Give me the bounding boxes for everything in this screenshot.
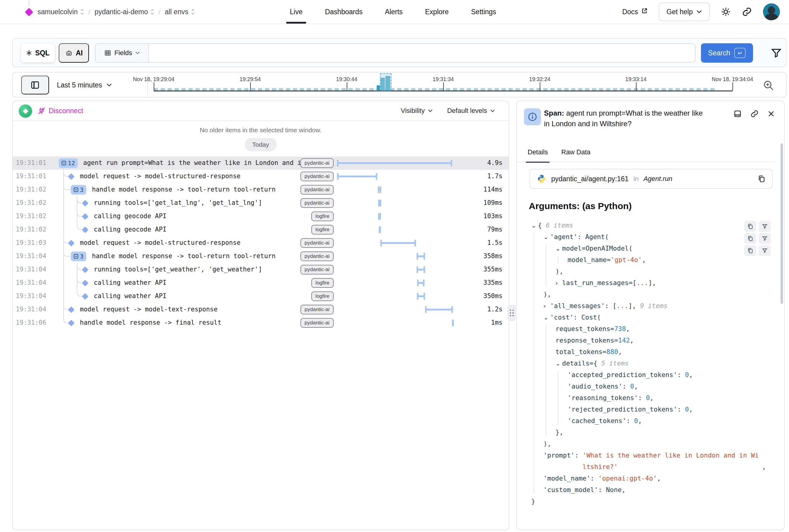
tag-pill[interactable]: logfire xyxy=(311,291,334,301)
collapse-badge[interactable]: 3 xyxy=(71,185,86,195)
breadcrumb-item[interactable]: samuelcolvin xyxy=(38,8,84,16)
panel-resize-handle[interactable] xyxy=(508,305,516,321)
timeline-tick-label: Nov 18, 19:29:04 xyxy=(133,76,174,82)
filter-funnel-icon[interactable] xyxy=(759,245,771,256)
tag-pill[interactable]: pydantic-ai xyxy=(301,158,334,168)
trace-row[interactable]: 19:31:023handle model response -> tool-r… xyxy=(13,183,508,196)
trace-row[interactable]: 19:31:04calling weather APIlogfire335ms xyxy=(13,276,508,290)
tag-pill[interactable]: pydantic-ai xyxy=(301,318,334,328)
tag-pill[interactable]: logfire xyxy=(311,225,334,234)
zoom-in-icon[interactable] xyxy=(763,79,774,93)
trace-row[interactable]: 19:31:02calling geocode APIlogfire79ms xyxy=(13,223,508,236)
tag-pill[interactable]: pydantic-ai xyxy=(301,238,334,248)
trace-row[interactable]: 19:31:03model request -> model-structure… xyxy=(13,236,508,250)
fields-dropdown[interactable]: Fields xyxy=(96,44,149,62)
nav-tab-explore[interactable]: Explore xyxy=(425,0,449,24)
filter-funnel-icon[interactable] xyxy=(759,221,771,232)
trace-row[interactable]: 19:31:04calling weather APIlogfire350ms xyxy=(13,290,508,303)
code-collapse-chevron[interactable]: ⌄ xyxy=(543,312,550,323)
trace-row[interactable]: 19:31:043handle model response -> tool-r… xyxy=(13,250,508,263)
tag-pill[interactable]: pydantic-ai xyxy=(301,251,334,261)
collapse-badge[interactable]: 3 xyxy=(71,251,86,261)
code-collapse-chevron[interactable]: ⌄ xyxy=(555,243,562,254)
copy-link-icon[interactable] xyxy=(750,110,759,118)
ai-label: AI xyxy=(76,49,83,57)
code-collapse-chevron[interactable]: ⌄ xyxy=(543,231,550,243)
nav-tab-live[interactable]: Live xyxy=(290,0,303,24)
search-input[interactable] xyxy=(149,44,695,62)
theme-sun-icon[interactable] xyxy=(720,7,731,17)
code-collapse-chevron[interactable]: ⌄ xyxy=(555,358,562,369)
detail-tab-details[interactable]: Details xyxy=(527,148,548,163)
user-avatar[interactable] xyxy=(763,3,780,20)
source-location[interactable]: pydantic_ai/agent.py:161 in Agent.run xyxy=(530,169,773,189)
trace-row[interactable]: 19:31:02running tools=['get_lat_lng', 'g… xyxy=(13,196,508,210)
code-collapse-chevron[interactable]: ⌄ xyxy=(531,220,538,231)
span-label: Span: xyxy=(544,109,564,117)
tag-pill[interactable]: logfire xyxy=(311,211,334,221)
logfire-logo-diamond[interactable] xyxy=(25,8,33,16)
breadcrumb-item[interactable]: pydantic-ai-demo xyxy=(95,8,154,16)
indent-guide xyxy=(546,325,546,436)
get-help-button[interactable]: Get help xyxy=(659,2,710,21)
code-line: ), xyxy=(517,438,784,450)
sidebar-toggle-button[interactable] xyxy=(21,76,49,94)
nav-tab-settings[interactable]: Settings xyxy=(471,0,496,24)
nav-tab-dashboards[interactable]: Dashboards xyxy=(325,0,362,24)
trace-row[interactable]: 19:31:0112agent run prompt=What is the w… xyxy=(13,156,508,170)
tag-pill[interactable]: pydantic-ai xyxy=(301,172,334,181)
trace-row[interactable]: 19:31:04running tools=['get_weather', 'g… xyxy=(13,263,508,276)
tag-pill[interactable]: logfire xyxy=(311,278,334,288)
ai-mode-button[interactable]: AI xyxy=(59,43,89,63)
tree-connector xyxy=(63,316,69,323)
chevron-down-icon xyxy=(428,109,432,113)
gantt-track xyxy=(337,316,474,329)
filter-funnel-icon[interactable] xyxy=(759,233,771,244)
span-name: calling weather API xyxy=(94,292,327,300)
tag-pill[interactable]: pydantic-ai xyxy=(301,305,334,315)
breadcrumb-item[interactable]: all envs xyxy=(165,8,195,16)
docs-link[interactable]: Docs xyxy=(622,7,648,16)
today-badge[interactable]: Today xyxy=(245,138,276,151)
live-indicator-icon[interactable] xyxy=(19,104,32,118)
copy-icon[interactable] xyxy=(744,221,756,232)
code-collapse-chevron[interactable]: › xyxy=(543,300,550,312)
histogram-bar[interactable] xyxy=(377,86,380,91)
copy-icon[interactable] xyxy=(757,175,765,183)
tag-pill[interactable]: pydantic-ai xyxy=(301,265,334,274)
row-timestamp: 19:31:02 xyxy=(16,199,46,206)
tag-pill[interactable]: pydantic-ai xyxy=(301,185,334,195)
close-icon[interactable] xyxy=(767,110,775,118)
duration-bar xyxy=(417,253,425,260)
tag-pill[interactable]: pydantic-ai xyxy=(301,198,334,208)
visibility-dropdown[interactable]: Visibility xyxy=(401,107,432,115)
filter-funnel-icon[interactable] xyxy=(771,47,782,60)
collapse-badge[interactable]: 12 xyxy=(59,158,78,168)
code-collapse-chevron[interactable]: › xyxy=(555,277,562,289)
code-line: request_tokens=738, xyxy=(517,323,784,335)
search-button[interactable]: Search ↵ xyxy=(701,43,753,63)
share-link-icon[interactable] xyxy=(742,7,752,17)
detail-tab-raw-data[interactable]: Raw Data xyxy=(561,148,591,163)
copy-icon[interactable] xyxy=(744,245,756,256)
robot-icon xyxy=(65,49,73,57)
copy-icon[interactable] xyxy=(744,233,756,244)
trace-row[interactable]: 19:31:06handle model response -> final r… xyxy=(13,316,508,329)
trace-row[interactable]: 19:31:04model request -> model-text-resp… xyxy=(13,303,508,316)
dock-panel-icon[interactable] xyxy=(733,110,742,118)
indent-guide xyxy=(558,371,558,424)
trace-row[interactable]: 19:31:02calling geocode APIlogfire103ms xyxy=(13,210,508,223)
disconnect-button[interactable]: Disconnect xyxy=(38,101,83,120)
span-name: agent run prompt=What is the weather lik… xyxy=(83,159,327,167)
time-range-dropdown[interactable]: Last 5 minutes xyxy=(57,73,112,97)
sql-mode-button[interactable]: SQL xyxy=(21,43,55,63)
default-levels-dropdown[interactable]: Default levels xyxy=(447,107,495,115)
breadcrumb: samuelcolvin/pydantic-ai-demo/all envs xyxy=(38,0,195,24)
nav-tab-alerts[interactable]: Alerts xyxy=(385,0,403,24)
trace-row[interactable]: 19:31:01model request -> model-structure… xyxy=(13,170,508,183)
timeline-tick-mark xyxy=(443,82,444,91)
scrollbar-thumb[interactable] xyxy=(781,144,783,304)
timeline-selection[interactable] xyxy=(380,73,391,91)
code-line: model_name='gpt-4o', xyxy=(517,254,784,266)
sort-toggle-icon xyxy=(150,8,154,15)
